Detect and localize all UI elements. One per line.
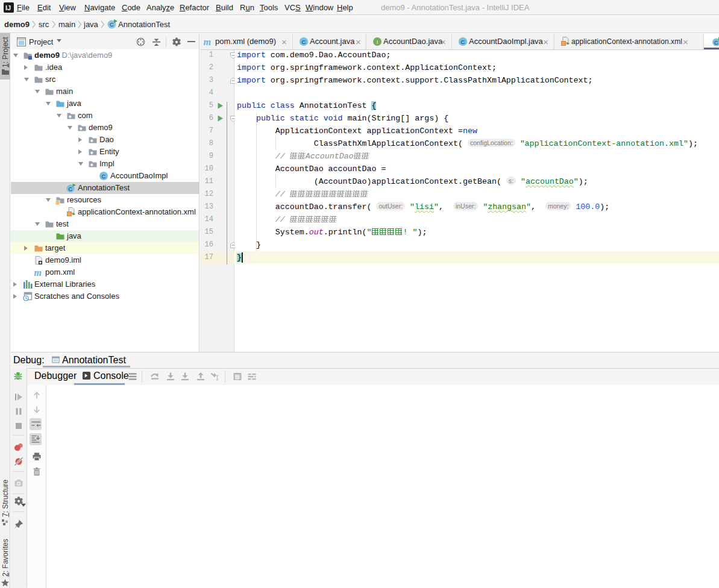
svg-text:C: C — [110, 21, 114, 28]
svg-text:IJ: IJ — [5, 4, 11, 11]
